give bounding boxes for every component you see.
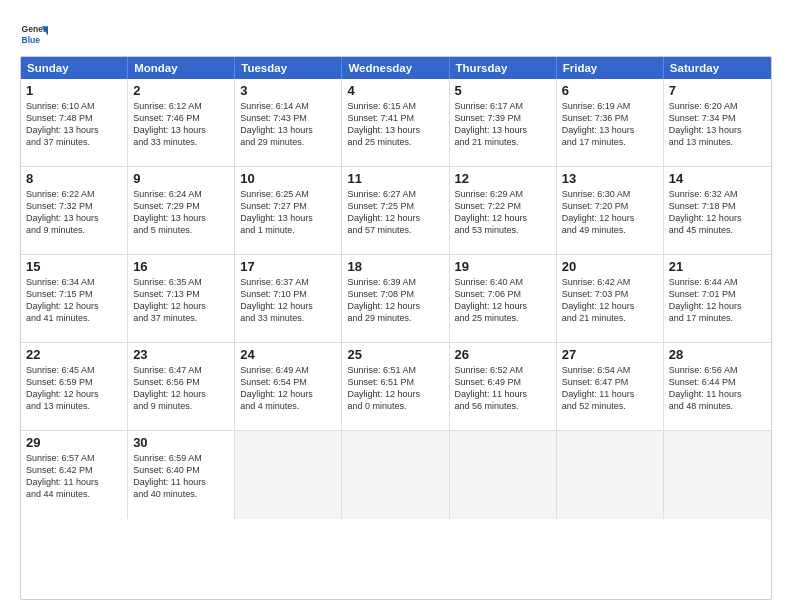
cell-line: Sunrise: 6:20 AM [669, 100, 766, 112]
day-number: 25 [347, 347, 443, 362]
cell-line: Daylight: 12 hours [133, 300, 229, 312]
cell-line: Sunrise: 6:35 AM [133, 276, 229, 288]
page: General Blue SundayMondayTuesdayWednesda… [0, 0, 792, 612]
cell-line: Sunset: 7:03 PM [562, 288, 658, 300]
day-number: 17 [240, 259, 336, 274]
logo-icon: General Blue [20, 20, 48, 48]
day-cell-20: 20Sunrise: 6:42 AMSunset: 7:03 PMDayligh… [557, 255, 664, 342]
cell-line: Sunrise: 6:59 AM [133, 452, 229, 464]
day-number: 16 [133, 259, 229, 274]
cell-line: Sunrise: 6:40 AM [455, 276, 551, 288]
day-number: 10 [240, 171, 336, 186]
cell-line: Daylight: 12 hours [26, 300, 122, 312]
day-number: 6 [562, 83, 658, 98]
cell-line: Sunset: 7:29 PM [133, 200, 229, 212]
day-number: 8 [26, 171, 122, 186]
empty-cell [342, 431, 449, 519]
cell-line: Sunset: 6:42 PM [26, 464, 122, 476]
cell-line: Daylight: 13 hours [133, 124, 229, 136]
day-number: 1 [26, 83, 122, 98]
cell-line: and 29 minutes. [347, 312, 443, 324]
cell-line: Sunrise: 6:39 AM [347, 276, 443, 288]
day-number: 26 [455, 347, 551, 362]
day-cell-12: 12Sunrise: 6:29 AMSunset: 7:22 PMDayligh… [450, 167, 557, 254]
day-cell-9: 9Sunrise: 6:24 AMSunset: 7:29 PMDaylight… [128, 167, 235, 254]
cell-line: Sunset: 7:34 PM [669, 112, 766, 124]
cell-line: Sunrise: 6:27 AM [347, 188, 443, 200]
cell-line: Sunrise: 6:57 AM [26, 452, 122, 464]
cell-line: Daylight: 13 hours [347, 124, 443, 136]
cell-line: Daylight: 12 hours [669, 212, 766, 224]
cell-line: and 25 minutes. [455, 312, 551, 324]
cell-line: and 44 minutes. [26, 488, 122, 500]
cell-line: and 13 minutes. [669, 136, 766, 148]
cell-line: Sunset: 7:41 PM [347, 112, 443, 124]
cell-line: Sunset: 7:36 PM [562, 112, 658, 124]
cell-line: Sunrise: 6:51 AM [347, 364, 443, 376]
cell-line: Sunset: 6:44 PM [669, 376, 766, 388]
cell-line: Sunset: 7:39 PM [455, 112, 551, 124]
cell-line: Sunset: 7:06 PM [455, 288, 551, 300]
cell-line: Daylight: 11 hours [26, 476, 122, 488]
day-number: 24 [240, 347, 336, 362]
cell-line: and 0 minutes. [347, 400, 443, 412]
header: General Blue [20, 16, 772, 48]
day-cell-10: 10Sunrise: 6:25 AMSunset: 7:27 PMDayligh… [235, 167, 342, 254]
cell-line: and 9 minutes. [133, 400, 229, 412]
svg-text:Blue: Blue [22, 35, 41, 45]
cell-line: Daylight: 12 hours [347, 388, 443, 400]
day-number: 7 [669, 83, 766, 98]
cell-line: Sunrise: 6:42 AM [562, 276, 658, 288]
calendar-body: 1Sunrise: 6:10 AMSunset: 7:48 PMDaylight… [21, 79, 771, 519]
cell-line: Sunrise: 6:12 AM [133, 100, 229, 112]
cell-line: Sunset: 6:47 PM [562, 376, 658, 388]
cell-line: Sunset: 7:27 PM [240, 200, 336, 212]
day-cell-27: 27Sunrise: 6:54 AMSunset: 6:47 PMDayligh… [557, 343, 664, 430]
day-cell-2: 2Sunrise: 6:12 AMSunset: 7:46 PMDaylight… [128, 79, 235, 166]
cell-line: and 53 minutes. [455, 224, 551, 236]
cell-line: and 4 minutes. [240, 400, 336, 412]
cell-line: and 17 minutes. [562, 136, 658, 148]
calendar-week-3: 15Sunrise: 6:34 AMSunset: 7:15 PMDayligh… [21, 255, 771, 343]
cell-line: Daylight: 12 hours [26, 388, 122, 400]
cell-line: Sunrise: 6:45 AM [26, 364, 122, 376]
day-cell-17: 17Sunrise: 6:37 AMSunset: 7:10 PMDayligh… [235, 255, 342, 342]
cell-line: Daylight: 12 hours [669, 300, 766, 312]
header-day-monday: Monday [128, 57, 235, 79]
empty-cell [235, 431, 342, 519]
cell-line: and 48 minutes. [669, 400, 766, 412]
header-day-sunday: Sunday [21, 57, 128, 79]
day-cell-29: 29Sunrise: 6:57 AMSunset: 6:42 PMDayligh… [21, 431, 128, 519]
header-day-saturday: Saturday [664, 57, 771, 79]
cell-line: Sunset: 7:20 PM [562, 200, 658, 212]
day-cell-24: 24Sunrise: 6:49 AMSunset: 6:54 PMDayligh… [235, 343, 342, 430]
cell-line: Sunset: 7:18 PM [669, 200, 766, 212]
calendar-header: SundayMondayTuesdayWednesdayThursdayFrid… [21, 57, 771, 79]
cell-line: Sunrise: 6:15 AM [347, 100, 443, 112]
day-number: 9 [133, 171, 229, 186]
cell-line: Daylight: 12 hours [240, 300, 336, 312]
day-cell-25: 25Sunrise: 6:51 AMSunset: 6:51 PMDayligh… [342, 343, 449, 430]
calendar-week-2: 8Sunrise: 6:22 AMSunset: 7:32 PMDaylight… [21, 167, 771, 255]
cell-line: Sunset: 6:54 PM [240, 376, 336, 388]
day-cell-23: 23Sunrise: 6:47 AMSunset: 6:56 PMDayligh… [128, 343, 235, 430]
cell-line: and 9 minutes. [26, 224, 122, 236]
day-number: 15 [26, 259, 122, 274]
cell-line: Daylight: 12 hours [133, 388, 229, 400]
cell-line: Sunset: 6:59 PM [26, 376, 122, 388]
cell-line: Daylight: 13 hours [669, 124, 766, 136]
day-number: 21 [669, 259, 766, 274]
cell-line: Sunset: 6:56 PM [133, 376, 229, 388]
cell-line: Daylight: 12 hours [455, 212, 551, 224]
cell-line: Sunrise: 6:49 AM [240, 364, 336, 376]
cell-line: Daylight: 12 hours [240, 388, 336, 400]
calendar-week-1: 1Sunrise: 6:10 AMSunset: 7:48 PMDaylight… [21, 79, 771, 167]
calendar-week-4: 22Sunrise: 6:45 AMSunset: 6:59 PMDayligh… [21, 343, 771, 431]
cell-line: Sunrise: 6:44 AM [669, 276, 766, 288]
cell-line: Daylight: 13 hours [562, 124, 658, 136]
day-cell-21: 21Sunrise: 6:44 AMSunset: 7:01 PMDayligh… [664, 255, 771, 342]
cell-line: and 1 minute. [240, 224, 336, 236]
cell-line: Daylight: 13 hours [240, 124, 336, 136]
empty-cell [450, 431, 557, 519]
cell-line: Daylight: 11 hours [562, 388, 658, 400]
